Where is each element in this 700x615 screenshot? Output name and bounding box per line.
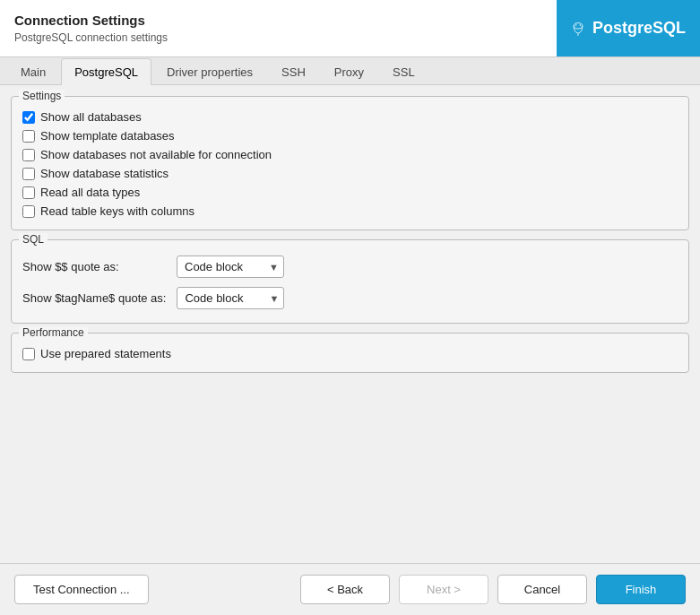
checkbox-show-template-label[interactable]: Show template databases <box>40 129 175 143</box>
postgresql-icon <box>571 11 585 47</box>
checkbox-show-unavailable: Show databases not available for connect… <box>22 145 678 164</box>
tab-bar: Main PostgreSQL Driver properties SSH Pr… <box>0 57 700 85</box>
svg-point-2 <box>575 24 577 26</box>
tab-ssl[interactable]: SSL <box>379 58 428 85</box>
header-left: Connection Settings PostgreSQL connectio… <box>0 0 182 56</box>
checkbox-show-stats-input[interactable] <box>22 168 35 180</box>
checkbox-show-all-input[interactable] <box>22 111 35 124</box>
checkbox-read-keys-label[interactable]: Read table keys with columns <box>40 204 194 218</box>
checkbox-read-keys: Read table keys with columns <box>22 202 678 221</box>
tab-driver[interactable]: Driver properties <box>153 58 266 85</box>
dialog-title: Connection Settings <box>14 13 168 28</box>
checkbox-read-keys-input[interactable] <box>22 205 35 218</box>
checkbox-prepared-statements-input[interactable] <box>22 348 35 360</box>
checkbox-show-all-label[interactable]: Show all databases <box>40 110 142 124</box>
sql-dollar-select[interactable]: Code block String None <box>177 256 284 278</box>
dialog: Connection Settings PostgreSQL connectio… <box>0 0 700 615</box>
header: Connection Settings PostgreSQL connectio… <box>0 0 700 57</box>
sql-group: SQL Show $$ quote as: Code block String … <box>11 239 689 324</box>
checkbox-prepared-statements: Use prepared statements <box>22 344 678 363</box>
checkbox-show-stats: Show database statistics <box>22 164 678 183</box>
sql-row-dollar: Show $$ quote as: Code block String None… <box>22 251 678 282</box>
checkbox-show-template-input[interactable] <box>22 130 35 143</box>
svg-point-3 <box>580 24 582 26</box>
sql-group-label: SQL <box>19 233 48 246</box>
back-button[interactable]: < Back <box>300 575 390 604</box>
performance-group: Performance Use prepared statements <box>11 333 689 373</box>
checkbox-read-types-input[interactable] <box>22 186 35 199</box>
checkbox-read-types-label[interactable]: Read all data types <box>40 186 140 199</box>
sql-tagname-label: Show $tagName$ quote as: <box>22 291 166 305</box>
sql-dollar-select-wrapper: Code block String None ▼ <box>177 256 284 278</box>
checkbox-show-stats-label[interactable]: Show database statistics <box>40 167 169 180</box>
checkbox-prepared-statements-label[interactable]: Use prepared statements <box>40 347 171 360</box>
logo-text: PostgreSQL <box>592 19 686 38</box>
tab-postgresql[interactable]: PostgreSQL <box>61 58 151 85</box>
test-connection-button[interactable]: Test Connection ... <box>14 575 149 604</box>
settings-group: Settings Show all databases Show templat… <box>11 96 689 230</box>
sql-dollar-label: Show $$ quote as: <box>22 260 166 273</box>
sql-tagname-select[interactable]: Code block String None <box>177 287 284 309</box>
checkbox-show-template: Show template databases <box>22 126 678 145</box>
svg-point-0 <box>574 22 583 28</box>
checkbox-show-unavailable-input[interactable] <box>22 149 35 161</box>
footer: Test Connection ... < Back Next > Cancel… <box>0 563 700 615</box>
performance-group-label: Performance <box>19 326 88 339</box>
sql-row-tagname: Show $tagName$ quote as: Code block Stri… <box>22 282 678 314</box>
content-area: Settings Show all databases Show templat… <box>0 85 700 563</box>
tab-ssh[interactable]: SSH <box>268 58 319 85</box>
sql-tagname-select-wrapper: Code block String None ▼ <box>177 287 284 309</box>
next-button: Next > <box>399 575 488 604</box>
finish-button[interactable]: Finish <box>596 575 686 604</box>
checkbox-show-unavailable-label[interactable]: Show databases not available for connect… <box>40 148 272 161</box>
cancel-button[interactable]: Cancel <box>497 575 587 604</box>
settings-group-label: Settings <box>19 90 65 102</box>
dialog-subtitle: PostgreSQL connection settings <box>14 31 168 44</box>
checkbox-read-types: Read all data types <box>22 183 678 202</box>
tab-main[interactable]: Main <box>7 58 59 85</box>
checkbox-show-all: Show all databases <box>22 108 678 126</box>
tab-proxy[interactable]: Proxy <box>321 58 377 85</box>
postgresql-logo: PostgreSQL <box>557 0 700 56</box>
